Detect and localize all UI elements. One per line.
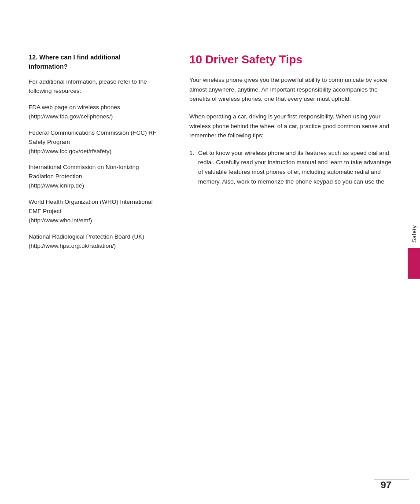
section-heading: 12. Where can I find additional informat…	[29, 53, 158, 71]
resource-who-name: World Health Organization (WHO) Internat…	[29, 198, 158, 216]
resource-who: World Health Organization (WHO) Internat…	[29, 198, 158, 225]
resource-icnirp-name: International Commission on Non-Ionizing…	[29, 163, 158, 181]
resource-nrpb: National Radiological Protection Board (…	[29, 232, 158, 251]
tip-item-1: 1. Get to know your wireless phone and i…	[189, 148, 394, 186]
resource-fcc-url: (http://www.fcc.gov/oet/rfsafety)	[29, 147, 158, 156]
resource-who-url: (http://www.who.int/emf)	[29, 216, 158, 225]
driver-safety-title: 10 Driver Safety Tips	[189, 53, 394, 66]
safety-tab-label: Safety	[411, 225, 417, 243]
right-column: 10 Driver Safety Tips Your wireless phon…	[176, 0, 420, 504]
resource-icnirp: International Commission on Non-Ionizing…	[29, 163, 158, 191]
resource-fcc: Federal Communications Commission (FCC) …	[29, 129, 158, 156]
page-number: 97	[381, 479, 391, 491]
resource-fda: FDA web page on wireless phones (http://…	[29, 103, 158, 121]
resource-fda-url: (http://www.fda.gov/cellphones/)	[29, 112, 158, 121]
resource-nrpb-url: (http://www.hpa.org.uk/radiation/)	[29, 242, 158, 251]
resource-icnirp-url: (http://www.icnirp.de)	[29, 181, 158, 191]
safety-tab: Safety	[408, 225, 420, 279]
left-column: 12. Where can I find additional informat…	[0, 0, 176, 504]
divider-line	[374, 479, 409, 480]
intro-paragraph-2: When operating a car, driving is your fi…	[189, 112, 394, 140]
resource-fcc-name: Federal Communications Commission (FCC) …	[29, 129, 158, 147]
tip-number-1: 1.	[189, 148, 194, 158]
intro-paragraph-1: Your wireless phone gives you the powerf…	[189, 75, 394, 104]
intro-text: For additional information, please refer…	[29, 77, 158, 96]
resource-nrpb-name: National Radiological Protection Board (…	[29, 232, 158, 242]
page-container: 12. Where can I find additional informat…	[0, 0, 420, 504]
resource-fda-name: FDA web page on wireless phones	[29, 103, 158, 112]
safety-tab-bar	[408, 248, 420, 279]
tip-text-1: Get to know your wireless phone and its …	[198, 150, 391, 185]
